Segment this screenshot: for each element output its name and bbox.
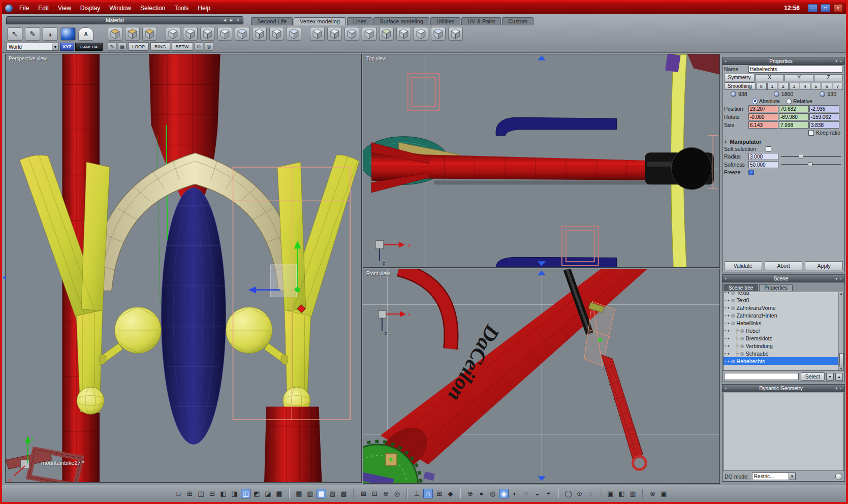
smoothing-button[interactable]: Smoothing xyxy=(724,82,756,90)
expand-view-icon[interactable]: ⊠ xyxy=(359,489,368,498)
palette-scroll-right-icon[interactable]: ▶ xyxy=(228,18,235,22)
loop-select-icon[interactable]: ⊙ xyxy=(195,42,203,51)
lock-icon[interactable]: ▪ xyxy=(725,321,726,325)
tool-cube-05-icon[interactable] xyxy=(183,27,198,41)
tool-cube-04-icon[interactable] xyxy=(166,27,180,41)
menu-help[interactable]: Help xyxy=(193,4,215,13)
paint-display-icon[interactable]: ◧ xyxy=(617,489,626,498)
lock-icon[interactable]: ▪ xyxy=(725,359,726,363)
front-viewport[interactable]: Front view xyxy=(363,269,720,484)
layout-three-pane-icon[interactable]: ◫ xyxy=(241,489,250,498)
tool-cube-10-icon[interactable] xyxy=(269,27,284,41)
layout-two-col-icon[interactable]: ◫ xyxy=(196,489,206,498)
tree-item-hebel[interactable]: ▪●├◍Hebel xyxy=(724,327,838,334)
lock-icon[interactable]: ▪ xyxy=(725,292,726,294)
absolute-option[interactable]: Absolute xyxy=(752,98,780,104)
eye-icon[interactable]: ● xyxy=(727,344,729,348)
smoothing-level-4[interactable]: 4 xyxy=(800,83,810,90)
tool-cube-06-icon[interactable] xyxy=(200,27,215,41)
menu-tools[interactable]: Tools xyxy=(170,4,193,13)
eye-icon[interactable]: ● xyxy=(727,306,729,309)
scroll-down-icon[interactable]: ▼ xyxy=(840,367,843,370)
layout-bottom-split-icon[interactable]: ◪ xyxy=(263,489,273,498)
tab-uv-paint[interactable]: UV & Paint xyxy=(461,17,501,25)
scrollbar-thumb[interactable] xyxy=(839,353,843,366)
tree-item-zahnkranzvorne[interactable]: ▪●◍ZahnkranzVorne xyxy=(724,304,838,311)
tool-cube-08-icon[interactable] xyxy=(235,27,249,41)
tool-cube-16-icon[interactable] xyxy=(379,27,394,41)
shadow-sphere-icon[interactable]: ◒ xyxy=(532,489,542,498)
lock-icon[interactable]: ▪ xyxy=(725,329,726,332)
menu-edit[interactable]: Edit xyxy=(34,4,53,13)
tree-item-hebelrechts[interactable]: ▪●◍Hebelrechts xyxy=(724,357,838,365)
eye-icon[interactable]: ● xyxy=(727,321,729,325)
smoothing-level-1[interactable]: 1 xyxy=(767,83,778,90)
magnet-icon[interactable]: ∩ xyxy=(423,489,433,498)
ring-button[interactable]: RING xyxy=(150,42,170,51)
backdrop-icon[interactable]: ◆ xyxy=(446,489,455,498)
tree-item-zahnkranzhinten[interactable]: ▪●◍ZahnkranzHinten xyxy=(724,311,838,319)
tool-cube-11-icon[interactable] xyxy=(287,27,301,41)
smoothing-level-6[interactable]: 6 xyxy=(822,83,832,90)
tree-item-bremsklotz[interactable]: ▪●├◍Bremsklotz xyxy=(724,334,838,342)
layout-top-split-icon[interactable]: ◩ xyxy=(252,489,262,498)
rotate-y-field[interactable] xyxy=(779,113,809,120)
panel-close-icon[interactable]: × xyxy=(839,386,842,391)
tool-cube-17-icon[interactable] xyxy=(396,27,411,41)
text-ghost-icon[interactable]: A xyxy=(78,27,93,41)
radius-field[interactable] xyxy=(748,153,778,160)
keep-ratio-checkbox[interactable] xyxy=(808,130,814,136)
smoothing-level-3[interactable]: 3 xyxy=(789,83,800,90)
lock-icon[interactable]: ▪ xyxy=(725,336,726,340)
tool-cube-09-icon[interactable] xyxy=(252,27,267,41)
apply-button[interactable]: Apply xyxy=(805,261,843,270)
tool-cube-13-icon[interactable] xyxy=(327,27,342,41)
camera-button[interactable]: CAMERA xyxy=(75,43,103,51)
wire-display-icon[interactable]: ▩ xyxy=(339,489,349,498)
cut-blade-icon[interactable]: ◗ xyxy=(43,27,58,41)
perspective-viewport[interactable]: Perspective view xyxy=(5,54,362,483)
textured-sphere-icon[interactable]: ◐ xyxy=(510,489,520,498)
edit-mode-icon[interactable]: ✎ xyxy=(108,42,116,51)
layout-right-split-icon[interactable]: ◨ xyxy=(230,489,239,498)
collapse-icon[interactable]: ▾ xyxy=(835,276,837,281)
texture-display-icon[interactable]: ▦ xyxy=(317,489,326,498)
tree-collapse-button[interactable]: ▼ xyxy=(826,373,834,381)
select-arrow-icon[interactable]: ↖ xyxy=(7,27,22,41)
tool-cube-18-icon[interactable] xyxy=(414,27,428,41)
shade-display-icon[interactable]: ▧ xyxy=(328,489,337,498)
transparent-sphere-icon[interactable]: ○ xyxy=(521,489,531,498)
palette-close-icon[interactable]: × xyxy=(235,18,241,23)
layout-single-icon[interactable]: □ xyxy=(174,489,183,498)
ring-select-icon[interactable]: ◎ xyxy=(205,42,213,51)
tool-cube-02-icon[interactable] xyxy=(125,27,140,41)
backface-sphere-icon[interactable]: ◓ xyxy=(544,489,553,498)
tab-surface-modeling[interactable]: Surface modeling xyxy=(373,17,429,25)
tree-scrollbar[interactable]: ▲ ▼ xyxy=(838,292,843,370)
close-button[interactable]: × xyxy=(833,4,843,12)
grid-display-icon[interactable]: ▤ xyxy=(294,489,304,498)
menu-window[interactable]: Window xyxy=(105,4,136,13)
tab-lines[interactable]: Lines xyxy=(347,17,372,25)
tree-item-textu[interactable]: ▪●◍Textu xyxy=(724,292,838,296)
chevron-down-icon[interactable]: ▼ xyxy=(789,473,795,480)
flat-sphere-icon[interactable]: ● xyxy=(477,489,486,498)
relative-option[interactable]: Relative xyxy=(786,98,812,104)
radio-icon[interactable] xyxy=(752,99,758,104)
smoothing-level-2[interactable]: 2 xyxy=(778,83,789,90)
rotate-z-field[interactable] xyxy=(809,113,839,120)
eye-icon[interactable]: ● xyxy=(727,313,729,317)
panel-close-icon[interactable]: × xyxy=(839,276,842,281)
material-palette-titlebar[interactable]: Material ◀ ▶ × xyxy=(6,16,243,24)
tree-item-schraube[interactable]: ▪●├◍Schraube xyxy=(724,350,838,357)
minimize-button[interactable]: – xyxy=(808,4,818,12)
palette-scroll-left-icon[interactable]: ◀ xyxy=(222,18,228,22)
material-display-icon[interactable]: ▥ xyxy=(305,489,315,498)
torus-wire-icon[interactable]: ◯ xyxy=(563,489,573,498)
scene-filter-input[interactable] xyxy=(724,373,799,380)
scroll-up-icon[interactable]: ▲ xyxy=(840,292,843,295)
smoothing-level-5[interactable]: 5 xyxy=(811,83,822,90)
eye-icon[interactable]: ● xyxy=(727,359,729,363)
radius-slider[interactable] xyxy=(781,153,841,160)
collapse-icon[interactable]: ▾ xyxy=(835,59,837,64)
